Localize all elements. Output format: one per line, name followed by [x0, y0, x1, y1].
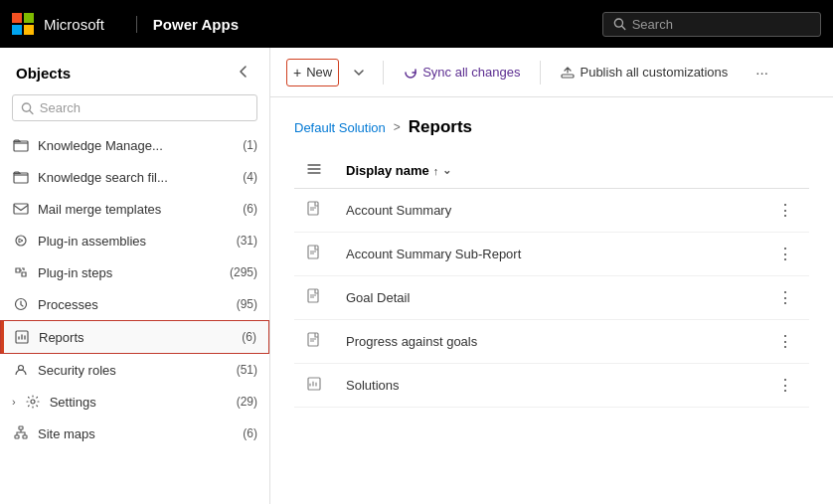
table-header-display-name[interactable]: Display name ↑ ⌄ — [334, 153, 761, 189]
row-more-button[interactable]: ⋮ — [773, 330, 797, 353]
global-search-box[interactable] — [602, 12, 821, 37]
global-search-icon — [613, 17, 626, 31]
toolbar-divider-2 — [540, 61, 541, 84]
row-name: Account Summary — [334, 189, 761, 233]
ms-grid-blue — [12, 25, 22, 35]
sidebar-item-plugin-steps[interactable]: Plug-in steps (295) — [0, 256, 269, 288]
sidebar-item-count: (6) — [243, 202, 257, 216]
sidebar-item-plugin-assemblies[interactable]: Plug-in assemblies (31) — [0, 225, 269, 256]
security-icon — [12, 361, 30, 379]
sidebar: Objects Knowledge Manage... (1) — [0, 48, 270, 504]
sidebar-collapse-button[interactable] — [234, 62, 253, 84]
breadcrumb-separator: > — [394, 120, 401, 134]
sidebar-item-count: (6) — [243, 426, 257, 440]
column-label: Display name — [346, 163, 429, 178]
sidebar-item-label: Security roles — [38, 363, 225, 378]
row-actions-cell: ⋮ — [761, 320, 809, 364]
sidebar-item-knowledge-search[interactable]: Knowledge search fil... (4) — [0, 161, 269, 193]
column-sort-chevron[interactable]: ⌄ — [442, 164, 451, 177]
folder-icon — [12, 136, 30, 154]
company-name: Microsoft — [44, 16, 104, 33]
ms-grid-red — [12, 13, 22, 23]
row-name: Solutions — [334, 364, 761, 408]
svg-rect-14 — [23, 435, 27, 438]
report-doc-icon — [306, 335, 322, 351]
sync-button-label: Sync all changes — [422, 65, 520, 80]
sidebar-item-processes[interactable]: Processes (95) — [0, 288, 269, 320]
new-dropdown-button[interactable] — [343, 61, 375, 84]
sidebar-title: Objects — [16, 65, 71, 82]
report-doc-icon — [306, 248, 322, 263]
sidebar-item-label: Knowledge Manage... — [38, 138, 231, 153]
new-button[interactable]: + New — [286, 59, 339, 86]
table-row: Progress against goals ⋮ — [294, 320, 809, 364]
sidebar-item-reports[interactable]: Reports (6) — [0, 320, 269, 354]
sidebar-item-mail-merge[interactable]: Mail merge templates (6) — [0, 193, 269, 225]
toolbar-divider — [383, 61, 384, 84]
table-header-icon — [294, 153, 334, 189]
sidebar-item-security-roles[interactable]: Security roles (51) — [0, 354, 269, 386]
row-icon-cell — [294, 189, 334, 233]
sidebar-item-count: (6) — [242, 330, 256, 344]
svg-rect-15 — [562, 75, 574, 78]
row-more-button[interactable]: ⋮ — [773, 199, 797, 222]
global-search-input[interactable] — [632, 17, 810, 32]
top-nav: Microsoft Power Apps — [0, 0, 833, 48]
sidebar-item-count: (31) — [237, 234, 257, 248]
toolbar-more-button[interactable]: ··· — [748, 58, 776, 86]
sidebar-item-count: (95) — [237, 297, 257, 311]
sidebar-item-knowledge-manage[interactable]: Knowledge Manage... (1) — [0, 129, 269, 161]
breadcrumb-current: Reports — [409, 117, 472, 137]
row-actions-cell: ⋮ — [761, 364, 809, 408]
row-icon-cell — [294, 364, 334, 408]
sidebar-item-label: Knowledge search fil... — [38, 170, 231, 185]
sync-button[interactable]: Sync all changes — [392, 59, 532, 85]
svg-rect-6 — [14, 204, 28, 214]
list-icon — [306, 161, 322, 177]
publish-button-label: Publish all customizations — [580, 65, 728, 80]
svg-line-3 — [30, 110, 33, 113]
sidebar-item-label: Settings — [50, 395, 225, 410]
sidebar-item-label: Processes — [38, 297, 225, 312]
table-row: Account Summary Sub-Report ⋮ — [294, 233, 809, 276]
row-more-button[interactable]: ⋮ — [773, 374, 797, 397]
table-header-actions — [761, 153, 809, 189]
plugin-icon — [12, 232, 30, 250]
chevron-down-icon — [353, 67, 365, 79]
toolbar: + New Sync all changes Publish — [270, 48, 833, 97]
sidebar-item-label: Plug-in assemblies — [38, 234, 225, 249]
sidebar-item-settings[interactable]: › Settings (29) — [0, 386, 269, 418]
plus-icon: + — [293, 65, 301, 81]
sidebar-search-input[interactable] — [40, 100, 249, 115]
row-name: Progress against goals — [334, 320, 761, 364]
row-name: Goal Detail — [334, 276, 761, 320]
row-icon-cell — [294, 276, 334, 320]
publish-button[interactable]: Publish all customizations — [549, 59, 740, 85]
mail-icon — [12, 200, 30, 218]
row-more-button[interactable]: ⋮ — [773, 243, 797, 265]
report-icon — [13, 328, 31, 346]
svg-rect-13 — [15, 435, 19, 438]
sidebar-search-box[interactable] — [12, 94, 257, 121]
row-icon-cell — [294, 233, 334, 276]
main-content: Default Solution > Reports — [270, 97, 833, 504]
chart-icon — [306, 379, 322, 395]
ms-grid-icon — [12, 13, 34, 35]
sidebar-item-site-maps[interactable]: Site maps (6) — [0, 418, 269, 449]
svg-rect-12 — [19, 426, 23, 429]
sidebar-item-label: Plug-in steps — [38, 265, 218, 280]
breadcrumb-parent-link[interactable]: Default Solution — [294, 120, 386, 135]
row-icon-cell — [294, 320, 334, 364]
report-doc-icon — [306, 291, 322, 307]
sync-icon — [404, 66, 417, 80]
sitemap-icon — [12, 424, 30, 442]
table-row: Goal Detail ⋮ — [294, 276, 809, 320]
svg-line-1 — [622, 26, 625, 29]
plugin-step-icon — [12, 263, 30, 281]
svg-point-7 — [16, 236, 26, 246]
row-more-button[interactable]: ⋮ — [773, 286, 797, 309]
report-doc-icon — [306, 204, 322, 220]
sidebar-item-count: (1) — [243, 138, 257, 152]
chevron-right-icon: › — [12, 396, 16, 408]
sidebar-item-count: (4) — [243, 170, 257, 184]
